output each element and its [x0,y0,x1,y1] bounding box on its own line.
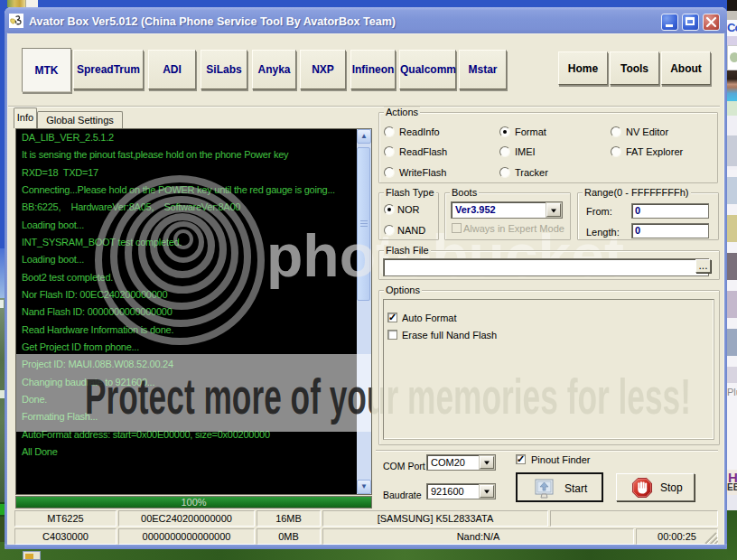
svg-text:Protect more of your memories: Protect more of your memories for less! [85,369,372,425]
